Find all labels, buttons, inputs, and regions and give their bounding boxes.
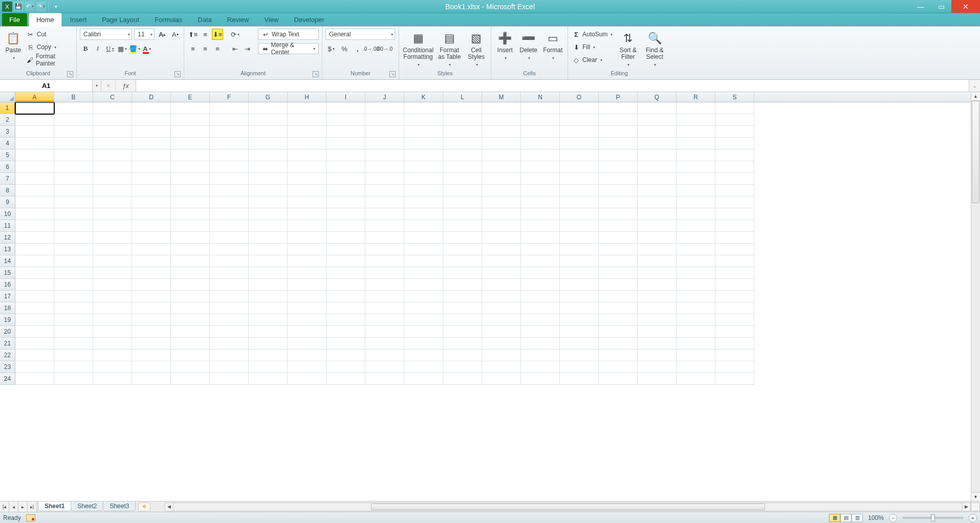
cell[interactable] xyxy=(638,326,677,338)
cell[interactable] xyxy=(326,350,365,361)
column-header[interactable]: H xyxy=(288,92,326,102)
page-break-view-button[interactable]: ▥ xyxy=(852,514,863,522)
cell[interactable] xyxy=(521,255,560,267)
cell[interactable] xyxy=(132,161,171,173)
cell[interactable] xyxy=(132,255,171,267)
cell[interactable] xyxy=(482,149,521,161)
cell[interactable] xyxy=(171,208,210,220)
cell[interactable] xyxy=(638,279,677,291)
cell[interactable] xyxy=(715,244,754,255)
tab-insert[interactable]: Insert xyxy=(63,13,94,26)
tab-developer[interactable]: Developer xyxy=(287,13,331,26)
cell[interactable] xyxy=(521,149,560,161)
cell[interactable] xyxy=(93,208,132,220)
cell[interactable] xyxy=(677,102,715,114)
cell[interactable] xyxy=(638,302,677,314)
cell[interactable] xyxy=(93,291,132,302)
cell[interactable] xyxy=(132,338,171,350)
cell[interactable] xyxy=(677,244,715,255)
cell[interactable] xyxy=(210,102,249,114)
cell[interactable] xyxy=(677,126,715,138)
font-size-combo[interactable]: 11 xyxy=(134,29,155,40)
cell[interactable] xyxy=(15,255,54,267)
cell[interactable] xyxy=(171,114,210,126)
cell[interactable] xyxy=(365,291,404,302)
cell[interactable] xyxy=(54,173,93,185)
decrease-decimal-button[interactable]: .00→.0 xyxy=(379,43,390,54)
cell[interactable] xyxy=(15,173,54,185)
cell[interactable] xyxy=(54,126,93,138)
cell[interactable] xyxy=(132,208,171,220)
cell[interactable] xyxy=(132,267,171,279)
cell[interactable] xyxy=(560,208,599,220)
cell[interactable] xyxy=(249,314,288,326)
cell[interactable] xyxy=(638,197,677,208)
cell[interactable] xyxy=(677,350,715,361)
clipboard-dialog-launcher[interactable]: ↘ xyxy=(67,71,73,77)
cell[interactable] xyxy=(482,255,521,267)
cell[interactable] xyxy=(288,208,326,220)
cell[interactable] xyxy=(404,161,443,173)
cell[interactable] xyxy=(54,208,93,220)
cell[interactable] xyxy=(521,220,560,232)
cell[interactable] xyxy=(560,244,599,255)
cell[interactable] xyxy=(404,314,443,326)
cell[interactable] xyxy=(288,161,326,173)
cell[interactable] xyxy=(288,350,326,361)
cell[interactable] xyxy=(210,220,249,232)
cell[interactable] xyxy=(521,302,560,314)
cell[interactable] xyxy=(599,114,638,126)
column-header[interactable]: D xyxy=(132,92,171,102)
cell[interactable] xyxy=(404,208,443,220)
align-middle-button[interactable]: ≡ xyxy=(200,29,211,40)
cell[interactable] xyxy=(521,244,560,255)
cell[interactable] xyxy=(171,302,210,314)
cell[interactable] xyxy=(210,197,249,208)
cell[interactable] xyxy=(210,361,249,373)
cell[interactable] xyxy=(599,326,638,338)
cell[interactable] xyxy=(443,302,482,314)
name-box[interactable]: ▾ xyxy=(0,80,101,92)
cell[interactable] xyxy=(521,350,560,361)
cell[interactable] xyxy=(677,185,715,197)
cell[interactable] xyxy=(715,208,754,220)
name-box-input[interactable] xyxy=(0,82,92,90)
grid-rows[interactable]: 123456789101112131415161718192021222324 xyxy=(0,102,971,501)
cell[interactable] xyxy=(715,326,754,338)
cell[interactable] xyxy=(210,149,249,161)
row-header[interactable]: 17 xyxy=(0,291,15,302)
fill-color-button[interactable]: 🪣 xyxy=(129,43,140,54)
cell[interactable] xyxy=(15,373,54,385)
cell[interactable] xyxy=(443,326,482,338)
font-name-combo[interactable]: Calibri xyxy=(80,29,132,40)
cell[interactable] xyxy=(715,232,754,244)
sheet-nav-first[interactable]: |◂ xyxy=(0,502,9,512)
cell[interactable] xyxy=(560,361,599,373)
cell[interactable] xyxy=(521,314,560,326)
cell[interactable] xyxy=(521,338,560,350)
cell[interactable] xyxy=(288,291,326,302)
cell[interactable] xyxy=(365,173,404,185)
cell[interactable] xyxy=(365,338,404,350)
cell[interactable] xyxy=(288,267,326,279)
cut-button[interactable]: ✂Cut xyxy=(26,29,73,40)
cell[interactable] xyxy=(249,361,288,373)
cell[interactable] xyxy=(210,114,249,126)
sheet-tab-sheet3[interactable]: Sheet3 xyxy=(103,502,136,511)
cell[interactable] xyxy=(93,244,132,255)
cell[interactable] xyxy=(132,197,171,208)
cell[interactable] xyxy=(599,291,638,302)
cell[interactable] xyxy=(599,314,638,326)
cell[interactable] xyxy=(482,279,521,291)
row-header[interactable]: 4 xyxy=(0,138,15,149)
cell[interactable] xyxy=(326,326,365,338)
cell[interactable] xyxy=(521,185,560,197)
cell[interactable] xyxy=(404,185,443,197)
autosum-button[interactable]: ΣAutoSum xyxy=(571,29,614,40)
cell[interactable] xyxy=(93,173,132,185)
cell[interactable] xyxy=(326,149,365,161)
cell[interactable] xyxy=(93,361,132,373)
cell[interactable] xyxy=(54,232,93,244)
cell[interactable] xyxy=(54,314,93,326)
cell[interactable] xyxy=(443,114,482,126)
